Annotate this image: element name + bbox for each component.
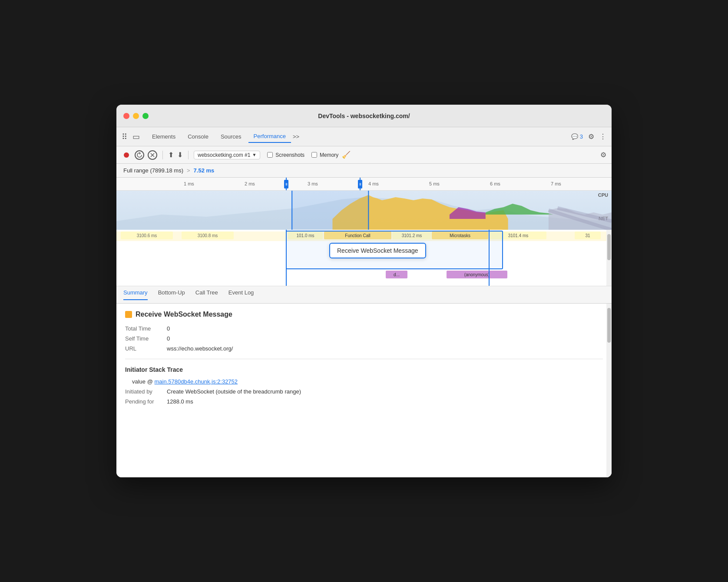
chat-count: 3 (580, 133, 583, 140)
timeline-handle-right[interactable]: ⏸ (360, 178, 361, 190)
download-icon[interactable]: ⬇ (177, 151, 183, 159)
bottom-tabs: Summary Bottom-Up Call Tree Event Log (116, 286, 612, 304)
initiator-title: Initiator Stack Trace (125, 366, 603, 373)
tab-performance[interactable]: Performance (248, 130, 291, 143)
perf-settings-icon[interactable]: ⚙ (600, 151, 606, 159)
ruler-mark-6: 6 ms (490, 181, 500, 186)
chat-badge[interactable]: 💬 3 (571, 133, 583, 140)
screenshots-label[interactable]: Screenshots (275, 152, 304, 158)
initiated-by-row: Initiated by Create WebSocket (outside o… (125, 388, 603, 395)
total-time-row: Total Time 0 (125, 325, 603, 332)
pending-for-row: Pending for 1288.0 ms (125, 398, 603, 405)
flame-block-3101-4ms: 3101.4 ms (490, 231, 546, 239)
divider-2 (188, 151, 189, 159)
flame-block-microtasks[interactable]: Microtasks (432, 231, 488, 239)
flame-block-time1: 3100.6 ms (121, 231, 173, 239)
url-select[interactable]: websocketking.com #1 ▼ (194, 151, 260, 159)
screenshots-checkbox[interactable] (267, 152, 273, 158)
broom-icon[interactable]: 🧹 (342, 151, 351, 159)
svg-marker-1 (139, 152, 141, 155)
scrollbar-thumb[interactable] (607, 234, 611, 260)
code-link[interactable]: main.5780db4e.chunk.js:2:32752 (155, 378, 238, 385)
initiated-by-value: Create WebSocket (outside of the breadcr… (167, 388, 301, 395)
vert-line-right (489, 230, 490, 286)
reload-record-button[interactable] (135, 150, 144, 160)
flame-block-time2: 3100.8 ms (182, 231, 234, 239)
ruler-mark-1: 1 ms (184, 181, 194, 186)
tab-call-tree[interactable]: Call Tree (195, 289, 218, 300)
upload-icon[interactable]: ⬆ (168, 151, 174, 159)
range-value: 7.52 ms (194, 167, 215, 174)
self-time-label: Self Time (125, 335, 160, 342)
flame-block-fn-call[interactable]: Function Call (324, 231, 391, 239)
flame-block-3101-2ms[interactable]: 3101.2 ms (392, 231, 431, 239)
tooltip-text: Receive WebSocket Message (337, 247, 418, 254)
maximize-button[interactable] (142, 113, 149, 119)
svg-rect-13 (292, 191, 368, 230)
settings-icon[interactable]: ⚙ (588, 132, 594, 141)
nav-toolbar: ⠿ ▭ Elements Console Sources Performance… (116, 127, 612, 146)
ruler-mark-2: 2 ms (245, 181, 255, 186)
tab-elements[interactable]: Elements (147, 131, 181, 142)
vert-line-left (286, 230, 287, 286)
traffic-lights (123, 113, 149, 119)
tab-sources[interactable]: Sources (215, 131, 247, 142)
record-button[interactable] (122, 150, 131, 160)
tab-console[interactable]: Console (182, 131, 214, 142)
devtools-window: DevTools - websocketking.com/ ⠿ ▭ Elemen… (116, 105, 612, 477)
ruler-mark-3: 3 ms (308, 181, 318, 186)
summary-panel: Receive WebSocket Message Total Time 0 S… (116, 304, 612, 477)
inspect-icon[interactable]: ⠿ (122, 132, 127, 142)
flame-block-101ms[interactable]: 101.0 ms (288, 231, 323, 239)
panel-scrollbar-thumb[interactable] (607, 308, 611, 343)
range-bar: Full range (7899.18 ms) > 7.52 ms (116, 164, 612, 178)
summary-icon (125, 311, 132, 318)
ruler-mark-7: 7 ms (551, 181, 561, 186)
flame-block-31: 31 (575, 231, 601, 239)
pending-for-label: Pending for (125, 398, 160, 405)
range-label: Full range (7899.18 ms) (123, 167, 183, 174)
more-tabs[interactable]: >> (293, 133, 299, 140)
timeline-handle-left[interactable]: ⏸ (286, 178, 287, 190)
device-icon[interactable]: ▭ (132, 132, 140, 142)
toolbar-right: 💬 3 ⚙ ⋮ (571, 132, 606, 141)
memory-checkbox-group: Memory (311, 152, 338, 158)
summary-title-text: Receive WebSocket Message (136, 311, 232, 318)
titlebar: DevTools - websocketking.com/ (116, 105, 612, 127)
tab-summary[interactable]: Summary (123, 289, 148, 300)
close-button[interactable] (123, 113, 129, 119)
summary-title: Receive WebSocket Message (125, 311, 603, 318)
url-label: URL (125, 345, 160, 352)
panel-scrollbar[interactable] (606, 304, 612, 477)
code-line: value @ main.5780db4e.chunk.js:2:32752 (125, 378, 603, 385)
summary-divider (125, 359, 603, 359)
more-menu-icon[interactable]: ⋮ (599, 132, 606, 141)
url-value: wss://echo.websocket.org/ (167, 345, 233, 352)
timeline-ruler: ⏸ ⏸ 1 ms 2 ms 3 ms 4 ms 5 ms 6 ms 7 ms (116, 178, 612, 191)
self-time-row: Self Time 0 (125, 335, 603, 342)
range-arrow: > (187, 167, 190, 174)
clear-button[interactable] (148, 150, 157, 160)
pending-for-value: 1288.0 ms (167, 398, 193, 405)
ruler-mark-4: 4 ms (368, 181, 379, 186)
total-time-value: 0 (167, 325, 170, 332)
total-time-label: Total Time (125, 325, 160, 332)
initiated-by-label: Initiated by (125, 388, 160, 395)
flame-block-d[interactable]: d... (386, 271, 407, 278)
dropdown-icon: ▼ (252, 152, 256, 157)
timeline-scrollbar[interactable] (606, 230, 612, 286)
window-title: DevTools - websocketking.com/ (318, 112, 410, 119)
url-text: websocketking.com #1 (198, 152, 250, 158)
minimize-button[interactable] (133, 113, 139, 119)
flame-block-anonymous[interactable]: (anonymous) (447, 271, 507, 278)
timeline-area: ⏸ ⏸ 1 ms 2 ms 3 ms 4 ms 5 ms 6 ms 7 ms C… (116, 178, 612, 286)
svg-point-0 (124, 152, 129, 158)
memory-checkbox[interactable] (311, 152, 317, 158)
flame-area[interactable]: 3100.6 ms 3100.8 ms 101.0 ms Function Ca… (116, 230, 612, 286)
code-prefix: value @ (132, 378, 153, 385)
memory-label[interactable]: Memory (320, 152, 338, 158)
tab-bottom-up[interactable]: Bottom-Up (158, 289, 185, 300)
toolbar-icons: ⠿ ▭ (122, 132, 140, 142)
tab-event-log[interactable]: Event Log (228, 289, 254, 300)
divider-1 (162, 151, 163, 159)
